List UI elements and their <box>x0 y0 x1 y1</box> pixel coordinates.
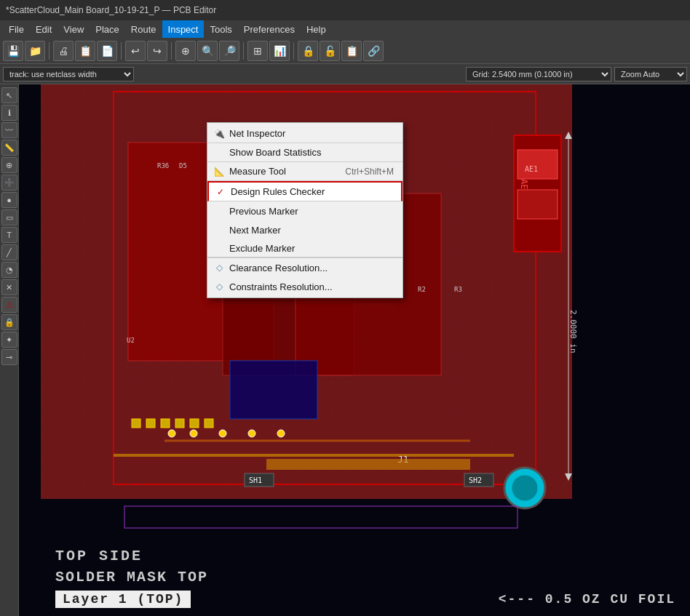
svg-point-22 <box>168 430 175 437</box>
print-btn[interactable]: 🖨 <box>53 41 74 61</box>
clearance-label: Clearance Resolution... <box>229 263 328 273</box>
svg-point-24 <box>219 430 226 437</box>
add-track[interactable]: ➕ <box>1 175 17 191</box>
sep3 <box>171 42 172 60</box>
menu-inspect[interactable]: Inspect <box>162 20 205 38</box>
svg-rect-16 <box>132 419 140 428</box>
undo-btn[interactable]: ↩ <box>125 41 146 61</box>
clearance-item[interactable]: ◇ Clearance Resolution... <box>207 258 402 277</box>
svg-rect-21 <box>205 419 213 428</box>
add-line[interactable]: ╱ <box>1 244 17 260</box>
zoom-tool[interactable]: ⊕ <box>1 157 17 173</box>
next-marker-item[interactable]: Next Marker <box>207 220 402 239</box>
exclude-marker-item[interactable]: Exclude Marker <box>207 239 402 258</box>
menu-bar: File Edit View Place Route Inspect Tools… <box>0 20 690 38</box>
svg-text:U2: U2 <box>127 337 135 344</box>
zoom-fit[interactable]: ⊕ <box>175 41 196 61</box>
svg-rect-14 <box>518 190 558 219</box>
next-marker-label: Next Marker <box>229 225 281 236</box>
zoom-select[interactable]: Zoom Auto <box>614 67 687 81</box>
svg-rect-13 <box>518 150 558 179</box>
sep5 <box>293 42 294 60</box>
track-select[interactable]: track: use netclass width <box>3 67 134 81</box>
exclude-marker-icon <box>213 243 225 255</box>
pcb-canvas[interactable]: S <box>19 84 690 616</box>
layers-btn[interactable]: 📊 <box>269 41 290 61</box>
left-sidebar: ↖ ℹ 〰 📏 ⊕ ➕ ● ▭ T ╱ ◔ ✕ ⚠ 🔒 ✦ ⊸ <box>0 84 19 616</box>
sep4 <box>243 42 244 60</box>
board-stats-icon <box>213 147 225 159</box>
show-board-stats-item[interactable]: Show Board Statistics <box>207 143 402 162</box>
secondary-toolbar: track: use netclass width Grid: 2.5400 m… <box>0 64 690 84</box>
prev-marker-label: Previous Marker <box>229 206 298 217</box>
lock-btn[interactable]: 🔒 <box>298 41 318 61</box>
netlist-btn[interactable]: 🔗 <box>363 41 384 61</box>
menu-help[interactable]: Help <box>301 20 332 38</box>
drc-sidebar[interactable]: ⚠ <box>1 297 17 313</box>
net-inspector-icon: 🔌 <box>213 128 225 140</box>
svg-text:2.0000 in: 2.0000 in <box>568 310 578 353</box>
redo-btn[interactable]: ↪ <box>147 41 167 61</box>
menu-route[interactable]: Route <box>125 20 162 38</box>
bottom-info: TOP SIDE SOLDER MASK TOP Layer 1 (TOP) <… <box>41 540 690 616</box>
select-tool[interactable]: ↖ <box>1 87 17 103</box>
unlock-btn[interactable]: 🔓 <box>320 41 340 61</box>
svg-text:R2: R2 <box>418 286 426 293</box>
drc-item[interactable]: ✓ Design Rules Checker <box>207 181 402 201</box>
drc-label: Design Rules Checker <box>231 186 325 197</box>
svg-rect-10 <box>230 361 317 419</box>
grid-select[interactable]: Grid: 2.5400 mm (0.1000 in) <box>466 67 611 81</box>
menu-preferences[interactable]: Preferences <box>238 20 301 38</box>
svg-text:D5: D5 <box>179 162 187 169</box>
constraints-label: Constraints Resolution... <box>229 281 333 292</box>
svg-point-32 <box>512 475 538 501</box>
paste-btn[interactable]: 📄 <box>97 41 117 61</box>
prev-marker-item[interactable]: Previous Marker <box>207 201 402 220</box>
add-via[interactable]: ● <box>1 192 17 208</box>
zoom-in[interactable]: 🔍 <box>197 41 218 61</box>
menu-place[interactable]: Place <box>90 20 125 38</box>
measure-shortcut: Ctrl+Shift+M <box>345 167 394 177</box>
svg-point-23 <box>190 430 197 437</box>
route-tool[interactable]: 〰 <box>1 122 17 138</box>
grid-btn[interactable]: ⊞ <box>247 41 268 61</box>
svg-point-25 <box>248 430 255 437</box>
measure-tool[interactable]: 📏 <box>1 140 17 156</box>
add-text[interactable]: T <box>1 227 17 243</box>
constraints-icon: ◇ <box>213 281 225 292</box>
main-layout: ↖ ℹ 〰 📏 ⊕ ➕ ● ▭ T ╱ ◔ ✕ ⚠ 🔒 ✦ ⊸ S <box>0 84 690 616</box>
rules-btn[interactable]: 📋 <box>341 41 362 61</box>
sep1 <box>49 42 49 60</box>
svg-text:AE1: AE1 <box>525 165 538 173</box>
bottom-line4: <--- 0.5 OZ CU FOIL <box>499 592 675 607</box>
ratsnest[interactable]: ⊸ <box>1 349 17 365</box>
add-zone[interactable]: ▭ <box>1 209 17 225</box>
bottom-line2: SOLDER MASK TOP <box>55 569 675 585</box>
open-btn[interactable]: 📁 <box>25 41 45 61</box>
add-arc[interactable]: ◔ <box>1 262 17 278</box>
copy-btn[interactable]: 📋 <box>75 41 95 61</box>
drc-icon: ✓ <box>215 186 226 198</box>
measure-tool-item[interactable]: 📐 Measure Tool Ctrl+Shift+M <box>207 162 402 181</box>
bottom-line3: Layer 1 (TOP) <box>55 591 191 608</box>
highlight-net[interactable]: ✦ <box>1 332 17 348</box>
new-btn[interactable]: 💾 <box>3 41 23 61</box>
board-stats-label: Show Board Statistics <box>229 147 321 158</box>
menu-tools[interactable]: Tools <box>204 20 237 38</box>
net-inspector-label: Net Inspector <box>229 128 285 139</box>
lock-item[interactable]: 🔒 <box>1 314 17 330</box>
net-inspector-item[interactable]: 🔌 Net Inspector <box>207 124 402 143</box>
main-toolbar: 💾 📁 🖨 📋 📄 ↩ ↪ ⊕ 🔍 🔎 ⊞ 📊 🔒 🔓 📋 🔗 <box>0 38 690 64</box>
prev-marker-icon <box>213 205 225 217</box>
svg-rect-20 <box>190 419 199 428</box>
clearance-icon: ◇ <box>213 262 225 273</box>
menu-file[interactable]: File <box>3 20 30 38</box>
svg-rect-46 <box>266 459 470 470</box>
constraints-item[interactable]: ◇ Constraints Resolution... <box>207 277 402 296</box>
next-marker-icon <box>213 224 225 236</box>
menu-edit[interactable]: Edit <box>30 20 58 38</box>
menu-view[interactable]: View <box>58 20 90 38</box>
inspect-tool[interactable]: ℹ <box>1 105 17 121</box>
zoom-out[interactable]: 🔎 <box>219 41 239 61</box>
delete-tool[interactable]: ✕ <box>1 279 17 295</box>
